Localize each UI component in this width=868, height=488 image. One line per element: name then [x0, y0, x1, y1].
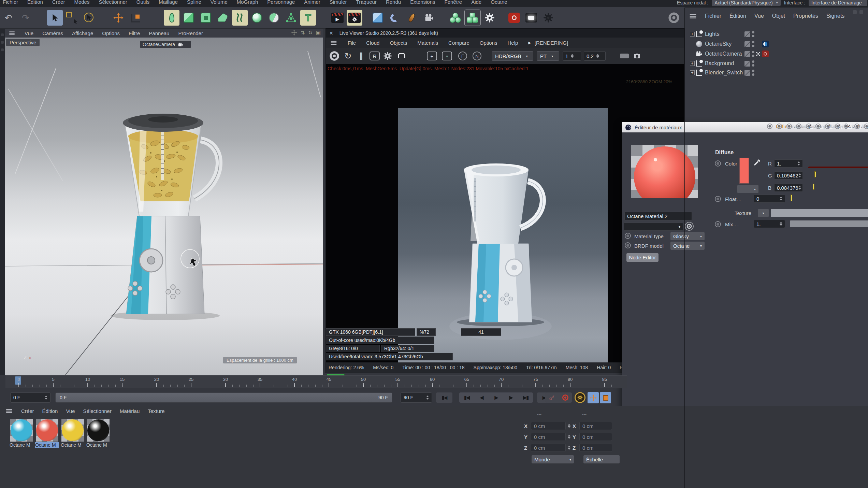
menu-item[interactable]: Traqueur: [356, 0, 377, 5]
live-viewer-menu-item[interactable]: Compare: [448, 40, 469, 46]
menu-item[interactable]: Simuler: [330, 0, 347, 5]
subdivision-surface-tool[interactable]: [181, 10, 197, 26]
play-button[interactable]: ▶: [489, 394, 503, 401]
record-button[interactable]: [562, 394, 568, 401]
octane-camera-button[interactable]: [506, 10, 522, 26]
frame-range-slider[interactable]: 0 F 90 F: [55, 392, 392, 403]
octane-camera-tag-icon[interactable]: [762, 51, 769, 57]
channel-radio[interactable]: [767, 124, 772, 129]
render-target-icon[interactable]: [755, 51, 761, 57]
undo-button[interactable]: ↶: [1, 10, 16, 26]
material-type-select[interactable]: Glossy▾: [670, 232, 705, 240]
viewport-menu-item[interactable]: Affichage: [72, 30, 93, 36]
goto-previous-key-button[interactable]: ▮◀: [459, 394, 474, 401]
material-menu-item[interactable]: Texture: [148, 408, 164, 414]
octane-restart-icon[interactable]: [329, 51, 339, 61]
object-row[interactable]: OctaneCamera: [685, 49, 868, 59]
keyframe-settings-button[interactable]: [575, 392, 585, 403]
viewport-menu-item[interactable]: Filtre: [129, 30, 140, 36]
live-viewer-menu-item[interactable]: Cloud: [366, 40, 379, 46]
polygon-tool[interactable]: [215, 10, 231, 26]
colorspace-select[interactable]: HDR/sRGB ▾: [492, 51, 533, 61]
object-row[interactable]: + Blender_Switch: [685, 68, 868, 77]
live-viewer-menu-item[interactable]: Materials: [417, 40, 438, 46]
channel-radio[interactable]: [844, 124, 848, 129]
live-viewer-menu-item[interactable]: Options: [480, 40, 497, 46]
material-thumbnail[interactable]: [61, 419, 84, 442]
material-menu-item[interactable]: Édition: [42, 408, 58, 414]
rotate-view-icon[interactable]: ↻: [308, 30, 313, 36]
position-x-field[interactable]: 0 cm: [531, 422, 566, 430]
picker-region-button[interactable]: ▫: [442, 52, 452, 60]
object-name[interactable]: Lights: [705, 31, 720, 37]
menu-item[interactable]: Edition: [27, 0, 43, 5]
record-position-button[interactable]: [588, 392, 599, 403]
position-y-field[interactable]: 0 cm: [531, 433, 566, 441]
material-label[interactable]: Octane M: [61, 442, 85, 448]
normal-picker-button[interactable]: N: [473, 52, 481, 60]
viewport-menu-item[interactable]: Options: [102, 30, 120, 36]
menu-item[interactable]: Fichier: [3, 0, 18, 5]
hamburger-icon[interactable]: [690, 14, 696, 18]
object-manager-menu-item[interactable]: Fichier: [705, 13, 721, 19]
visibility-toggle[interactable]: [744, 51, 750, 57]
pause-icon[interactable]: ∥: [359, 52, 363, 60]
eyedropper-icon[interactable]: [753, 158, 761, 167]
pan-view-icon[interactable]: ⇅: [301, 30, 305, 36]
spline-pen-tool[interactable]: [164, 10, 179, 26]
octane-liveviewer-button[interactable]: [523, 10, 539, 26]
expand-icon[interactable]: +: [690, 70, 695, 75]
expand-icon[interactable]: +: [690, 32, 695, 37]
hamburger-icon[interactable]: [6, 409, 12, 413]
environment-object-button[interactable]: [370, 10, 386, 26]
material-name-field[interactable]: Octane Material.2: [624, 212, 692, 220]
material-menu-item[interactable]: Matériau: [120, 408, 140, 414]
current-frame-field[interactable]: 0 F: [10, 392, 50, 403]
menu-item[interactable]: Volume: [211, 0, 228, 5]
play-icon[interactable]: ▶: [528, 41, 531, 45]
scale-button[interactable]: Échelle: [583, 455, 620, 463]
mix-value-field[interactable]: 1.: [754, 220, 785, 228]
region-scale-stepper[interactable]: 0.2: [584, 51, 606, 61]
material-manager-button[interactable]: [448, 10, 463, 26]
sphere-primitive-tool[interactable]: [249, 10, 265, 26]
menu-item[interactable]: Personnage: [267, 0, 295, 5]
channel-radio[interactable]: [786, 124, 792, 129]
move-view-icon[interactable]: [291, 30, 297, 36]
material-thumbnail[interactable]: [36, 419, 58, 442]
object-manager-button[interactable]: [465, 10, 480, 26]
live-viewer-menu-item[interactable]: Objects: [390, 40, 407, 46]
visibility-toggle[interactable]: [744, 31, 750, 37]
deformer-tool[interactable]: [283, 10, 299, 26]
menu-item[interactable]: Animer: [304, 0, 320, 5]
size-y-field[interactable]: 0 cm: [579, 433, 612, 441]
rectangle-selection-tool[interactable]: [64, 10, 80, 26]
channel-radio[interactable]: [815, 124, 821, 129]
material-preview[interactable]: [631, 145, 698, 198]
record-parameter-button[interactable]: [600, 392, 611, 403]
focus-picker-button[interactable]: F: [458, 52, 467, 60]
material-thumbnail[interactable]: [10, 419, 33, 442]
material-menu-item[interactable]: Vue: [66, 408, 75, 414]
menu-item[interactable]: Modes: [74, 0, 89, 5]
move-tool-button[interactable]: [111, 10, 126, 26]
editor-render-dots[interactable]: [752, 31, 754, 37]
channel-radio[interactable]: [806, 124, 811, 129]
object-name[interactable]: Background: [705, 60, 734, 67]
material-menu-item[interactable]: Sélectionner: [83, 408, 112, 414]
octane-settings-button[interactable]: [540, 10, 556, 26]
object-name[interactable]: OctaneCamera: [705, 51, 742, 57]
filmstrip-icon[interactable]: [620, 54, 629, 58]
color-mode-select[interactable]: ▾: [737, 185, 758, 193]
visibility-toggle[interactable]: [744, 61, 750, 67]
material-thumbnail[interactable]: [87, 419, 110, 442]
hamburger-icon[interactable]: [331, 41, 337, 44]
maximize-view-icon[interactable]: ▣: [316, 30, 321, 36]
object-name[interactable]: Blender_Switch: [705, 70, 743, 76]
g-value-field[interactable]: 0.109462: [774, 171, 803, 180]
viewport-menu-item[interactable]: Panneau: [149, 30, 169, 36]
visibility-toggle[interactable]: [744, 41, 750, 47]
goto-next-key-button[interactable]: ▶▮: [518, 394, 533, 401]
menu-item[interactable]: Aide: [471, 0, 481, 5]
material-menu-item[interactable]: Créer: [21, 408, 34, 414]
